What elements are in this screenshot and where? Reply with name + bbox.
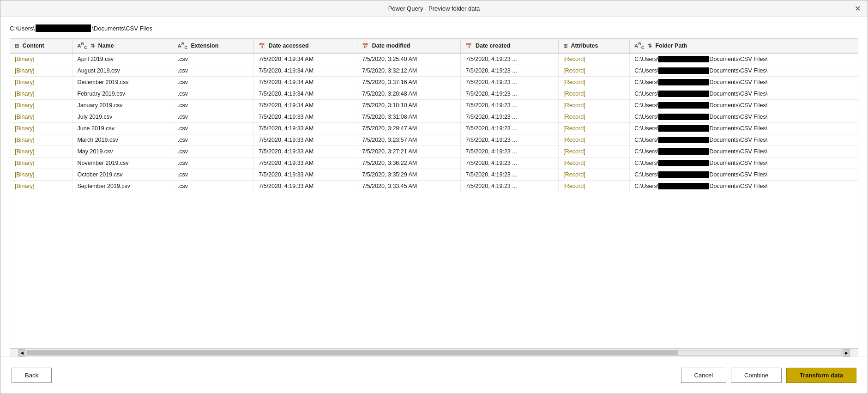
binary-link-8[interactable]: [Binary] (15, 148, 34, 155)
fp-prefix-3: C:\Users\ (634, 91, 658, 97)
col-label-date-modified: Date modified (372, 42, 410, 49)
back-button[interactable]: Back (12, 368, 52, 383)
cell-date-accessed-1: 7/5/2020, 4:19:34 AM (254, 65, 357, 76)
binary-link-0[interactable]: [Binary] (15, 56, 34, 62)
record-link-9[interactable]: [Record] (563, 160, 585, 166)
cancel-button[interactable]: Cancel (681, 368, 726, 383)
cell-attributes-0[interactable]: [Record] (559, 53, 630, 65)
cell-content-7[interactable]: [Binary] (10, 134, 72, 145)
cell-folder-path-5: C:\Users\Documents\CSV Files\ (630, 111, 858, 122)
cell-attributes-4[interactable]: [Record] (559, 99, 630, 111)
fp-suffix-1: Documents\CSV Files\ (709, 67, 767, 74)
cell-attributes-8[interactable]: [Record] (559, 145, 630, 157)
table-row: [Binary]July 2019.csv.csv7/5/2020, 4:19:… (10, 111, 858, 122)
fp-redacted-3 (658, 91, 709, 97)
cell-attributes-5[interactable]: [Record] (559, 111, 630, 122)
table-row: [Binary]April 2019.csv.csv7/5/2020, 4:19… (10, 53, 858, 65)
record-link-5[interactable]: [Record] (563, 114, 585, 120)
col-header-attributes[interactable]: ⊞ Attributes (559, 39, 630, 53)
cell-date-modified-4: 7/5/2020, 3:18:10 AM (357, 99, 461, 111)
binary-link-1[interactable]: [Binary] (15, 67, 34, 74)
sort-icon-fp: ⇅ (648, 43, 652, 49)
cell-content-3[interactable]: [Binary] (10, 88, 72, 99)
fp-prefix-8: C:\Users\ (634, 148, 658, 155)
folder-path-cell-10: C:\Users\Documents\CSV Files\ (634, 171, 853, 178)
record-link-3[interactable]: [Record] (563, 91, 585, 97)
cell-content-11[interactable]: [Binary] (10, 180, 72, 192)
binary-link-6[interactable]: [Binary] (15, 125, 34, 132)
record-link-4[interactable]: [Record] (563, 102, 585, 109)
binary-link-2[interactable]: [Binary] (15, 79, 34, 85)
cell-content-4[interactable]: [Binary] (10, 99, 72, 111)
fp-redacted-5 (658, 114, 709, 120)
cell-attributes-9[interactable]: [Record] (559, 157, 630, 169)
cell-content-0[interactable]: [Binary] (10, 53, 72, 65)
cell-name-4: January 2019.csv (72, 99, 173, 111)
cell-content-8[interactable]: [Binary] (10, 145, 72, 157)
cell-attributes-1[interactable]: [Record] (559, 65, 630, 76)
cell-folder-path-4: C:\Users\Documents\CSV Files\ (630, 99, 858, 111)
binary-link-3[interactable]: [Binary] (15, 91, 34, 97)
cell-attributes-10[interactable]: [Record] (559, 169, 630, 180)
fp-suffix-8: Documents\CSV Files\ (709, 148, 767, 155)
scroll-right-arrow[interactable]: ▶ (843, 349, 850, 357)
binary-link-10[interactable]: [Binary] (15, 171, 34, 178)
cell-date-accessed-6: 7/5/2020, 4:19:33 AM (254, 122, 357, 134)
fp-prefix-1: C:\Users\ (634, 67, 658, 74)
cell-date-created-11: 7/5/2020, 4:19:23 ... (461, 180, 559, 192)
record-link-10[interactable]: [Record] (563, 171, 585, 178)
horizontal-scrollbar[interactable]: ◀ ▶ (10, 348, 858, 357)
cell-name-10: October 2019.csv (72, 169, 173, 180)
close-button[interactable]: ✕ (851, 2, 864, 15)
record-link-8[interactable]: [Record] (563, 148, 585, 155)
combine-button[interactable]: Combine (731, 368, 782, 383)
dialog-window: Power Query - Preview folder data ✕ C:\U… (0, 0, 868, 394)
col-header-folder-path[interactable]: ABC ⇅ Folder Path (630, 39, 858, 53)
scrollbar-thumb[interactable] (27, 351, 678, 355)
cell-date-created-7: 7/5/2020, 4:19:23 ... (461, 134, 559, 145)
cell-content-6[interactable]: [Binary] (10, 122, 72, 134)
cell-content-2[interactable]: [Binary] (10, 76, 72, 88)
col-header-date-modified[interactable]: 📅 Date modified (357, 39, 461, 53)
fp-prefix-5: C:\Users\ (634, 114, 658, 120)
transform-data-button[interactable]: Transform data (786, 368, 856, 383)
data-table-container[interactable]: ⊞ Content ABC ⇅ Name ABC Extension (10, 38, 858, 348)
record-link-0[interactable]: [Record] (563, 56, 585, 62)
cell-content-10[interactable]: [Binary] (10, 169, 72, 180)
cell-attributes-11[interactable]: [Record] (559, 180, 630, 192)
col-label-name: Name (98, 42, 114, 49)
record-link-1[interactable]: [Record] (563, 67, 585, 74)
record-link-2[interactable]: [Record] (563, 79, 585, 85)
binary-link-4[interactable]: [Binary] (15, 102, 34, 109)
binary-link-9[interactable]: [Binary] (15, 160, 34, 166)
record-link-7[interactable]: [Record] (563, 137, 585, 143)
calendar-icon-modified: 📅 (362, 43, 368, 49)
scroll-left-arrow[interactable]: ◀ (18, 349, 25, 357)
scrollbar-track[interactable] (26, 350, 842, 356)
binary-link-7[interactable]: [Binary] (15, 137, 34, 143)
cell-folder-path-8: C:\Users\Documents\CSV Files\ (630, 145, 858, 157)
record-link-11[interactable]: [Record] (563, 183, 585, 189)
cell-content-9[interactable]: [Binary] (10, 157, 72, 169)
col-header-content[interactable]: ⊞ Content (10, 39, 72, 53)
binary-link-11[interactable]: [Binary] (15, 183, 34, 189)
col-header-name[interactable]: ABC ⇅ Name (72, 39, 173, 53)
cell-attributes-7[interactable]: [Record] (559, 134, 630, 145)
cell-date-modified-8: 7/5/2020, 3:27:21 AM (357, 145, 461, 157)
cell-folder-path-7: C:\Users\Documents\CSV Files\ (630, 134, 858, 145)
col-header-date-created[interactable]: 📅 Date created (461, 39, 559, 53)
binary-link-5[interactable]: [Binary] (15, 114, 34, 120)
record-link-6[interactable]: [Record] (563, 125, 585, 132)
data-table: ⊞ Content ABC ⇅ Name ABC Extension (10, 39, 858, 192)
table-row: [Binary]November 2019.csv.csv7/5/2020, 4… (10, 157, 858, 169)
col-header-extension[interactable]: ABC Extension (173, 39, 253, 53)
cell-content-1[interactable]: [Binary] (10, 65, 72, 76)
col-header-date-accessed[interactable]: 📅 Date accessed (254, 39, 357, 53)
cell-attributes-3[interactable]: [Record] (559, 88, 630, 99)
table-row: [Binary]June 2019.csv.csv7/5/2020, 4:19:… (10, 122, 858, 134)
cell-attributes-2[interactable]: [Record] (559, 76, 630, 88)
fp-redacted-1 (658, 67, 709, 74)
cell-attributes-6[interactable]: [Record] (559, 122, 630, 134)
fp-redacted-9 (658, 160, 709, 166)
cell-content-5[interactable]: [Binary] (10, 111, 72, 122)
